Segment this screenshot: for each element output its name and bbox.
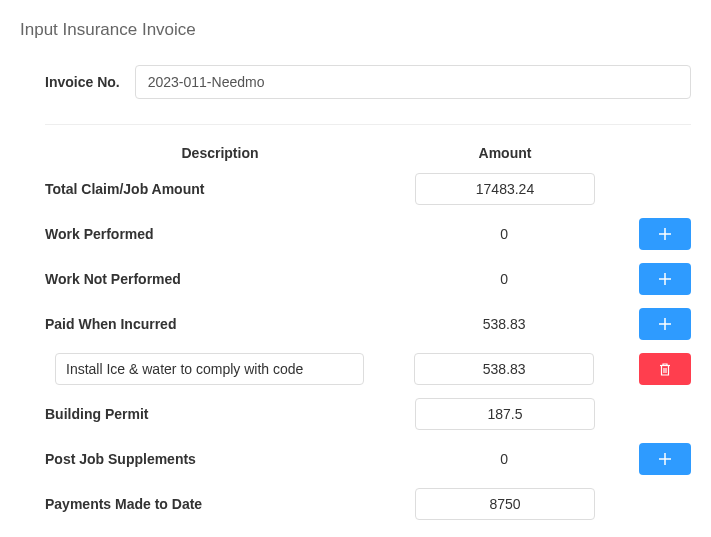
plus-icon	[658, 272, 672, 286]
row-payments-made: Payments Made to Date	[45, 488, 691, 520]
amount-work-not-performed: 0	[500, 271, 508, 287]
label-total-claim: Total Claim/Job Amount	[45, 181, 395, 197]
input-pwi-subitem-desc[interactable]	[55, 353, 364, 385]
add-paid-when-incurred-button[interactable]	[639, 308, 691, 340]
label-post-job-supplements: Post Job Supplements	[45, 451, 394, 467]
amount-post-job-supplements: 0	[500, 451, 508, 467]
table-header: Description Amount	[45, 145, 691, 161]
amount-work-performed: 0	[500, 226, 508, 242]
add-work-not-performed-button[interactable]	[639, 263, 691, 295]
label-paid-when-incurred: Paid When Incurred	[45, 316, 394, 332]
input-pwi-subitem-amount[interactable]	[414, 353, 594, 385]
header-amount: Amount	[415, 145, 595, 161]
amount-paid-when-incurred: 538.83	[483, 316, 526, 332]
page-title: Input Insurance Invoice	[20, 20, 691, 40]
row-paid-when-incurred: Paid When Incurred 538.83	[45, 308, 691, 340]
row-post-job-supplements: Post Job Supplements 0	[45, 443, 691, 475]
invoice-no-input[interactable]	[135, 65, 691, 99]
row-total-claim: Total Claim/Job Amount	[45, 173, 691, 205]
row-work-not-performed: Work Not Performed 0	[45, 263, 691, 295]
invoice-no-row: Invoice No.	[45, 65, 691, 99]
label-payments-made: Payments Made to Date	[45, 496, 395, 512]
plus-icon	[658, 227, 672, 241]
label-work-performed: Work Performed	[45, 226, 394, 242]
add-work-performed-button[interactable]	[639, 218, 691, 250]
row-pwi-subitem	[45, 353, 691, 385]
plus-icon	[658, 317, 672, 331]
label-building-permit: Building Permit	[45, 406, 395, 422]
label-work-not-performed: Work Not Performed	[45, 271, 394, 287]
divider-top	[45, 124, 691, 125]
delete-pwi-subitem-button[interactable]	[639, 353, 691, 385]
trash-icon	[658, 362, 672, 377]
input-total-claim-amount[interactable]	[415, 173, 595, 205]
header-description: Description	[45, 145, 395, 161]
plus-icon	[658, 452, 672, 466]
row-building-permit: Building Permit	[45, 398, 691, 430]
row-work-performed: Work Performed 0	[45, 218, 691, 250]
invoice-no-label: Invoice No.	[45, 74, 120, 90]
input-building-permit-amount[interactable]	[415, 398, 595, 430]
input-payments-made-amount[interactable]	[415, 488, 595, 520]
add-post-job-supplements-button[interactable]	[639, 443, 691, 475]
